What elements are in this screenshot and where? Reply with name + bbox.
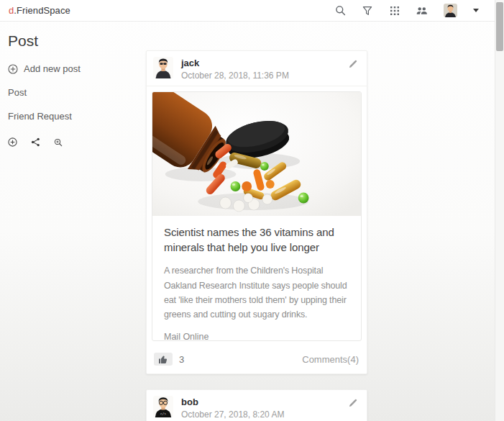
like-count: 3 bbox=[179, 354, 184, 365]
sidebar-item-post[interactable]: Post bbox=[8, 87, 141, 98]
preview-description: A researcher from the Children's Hospita… bbox=[164, 263, 349, 322]
post-timestamp: October 28, 2018, 11:36 PM bbox=[181, 71, 289, 81]
add-new-post-button[interactable]: Add new post bbox=[8, 63, 141, 74]
link-preview-card[interactable]: Scientist names the 36 vitamins and mine… bbox=[152, 91, 362, 341]
people-icon[interactable] bbox=[416, 5, 428, 17]
app-logo[interactable]: d.FriendSpace bbox=[9, 5, 70, 16]
preview-source: Mail Online bbox=[164, 332, 349, 341]
sidebar: Post Add new post Post Friend Request bbox=[0, 22, 141, 147]
comments-link[interactable]: Comments(4) bbox=[302, 354, 359, 365]
search-icon[interactable] bbox=[334, 5, 346, 17]
share-icon[interactable] bbox=[31, 137, 40, 147]
post-image-vitamins bbox=[152, 92, 361, 216]
filter-icon[interactable] bbox=[362, 5, 373, 17]
page-title: Post bbox=[8, 32, 141, 50]
page-scrollbar-track[interactable] bbox=[495, 0, 504, 421]
user-avatar[interactable] bbox=[444, 4, 457, 17]
post-author: jack bbox=[181, 58, 289, 68]
edit-post-icon[interactable] bbox=[347, 396, 359, 409]
apps-grid-icon[interactable] bbox=[389, 5, 400, 17]
sidebar-action-icons bbox=[8, 137, 141, 147]
preview-body: Scientist names the 36 vitamins and mine… bbox=[152, 216, 361, 341]
post-author: bob bbox=[181, 397, 284, 407]
add-circle-icon[interactable] bbox=[8, 137, 17, 147]
post-card-bob: </> bob October 27, 2018, 8:20 AM bbox=[146, 389, 367, 421]
sidebar-item-friend-request-label: Friend Request bbox=[8, 111, 72, 122]
edit-post-icon[interactable] bbox=[347, 57, 359, 71]
post-header: jack October 28, 2018, 11:36 PM bbox=[147, 51, 367, 86]
page-scrollbar-thumb[interactable] bbox=[496, 2, 503, 51]
post-header: </> bob October 27, 2018, 8:20 AM bbox=[147, 390, 367, 421]
author-avatar-bob: </> bbox=[153, 396, 173, 417]
author-avatar-jack bbox=[153, 57, 173, 78]
post-footer: 3 Comments(4) bbox=[147, 346, 367, 374]
like-button[interactable] bbox=[154, 353, 173, 366]
sidebar-item-post-label: Post bbox=[8, 87, 27, 98]
account-caret-icon[interactable] bbox=[473, 9, 479, 12]
feed-column: jack October 28, 2018, 11:36 PM bbox=[146, 22, 367, 421]
sidebar-item-friend-request[interactable]: Friend Request bbox=[8, 111, 141, 122]
top-bar: d.FriendSpace bbox=[0, 0, 495, 22]
plus-circle-icon bbox=[8, 64, 18, 74]
logo-text: .FriendSpace bbox=[14, 5, 70, 16]
preview-headline: Scientist names the 36 vitamins and mine… bbox=[164, 225, 349, 255]
post-card-jack: jack October 28, 2018, 11:36 PM bbox=[146, 50, 367, 374]
avatar-code-badge: </> bbox=[160, 412, 167, 416]
post-timestamp: October 27, 2018, 8:20 AM bbox=[181, 409, 284, 420]
add-new-post-label: Add new post bbox=[24, 63, 81, 74]
zoom-in-icon[interactable] bbox=[54, 138, 63, 147]
